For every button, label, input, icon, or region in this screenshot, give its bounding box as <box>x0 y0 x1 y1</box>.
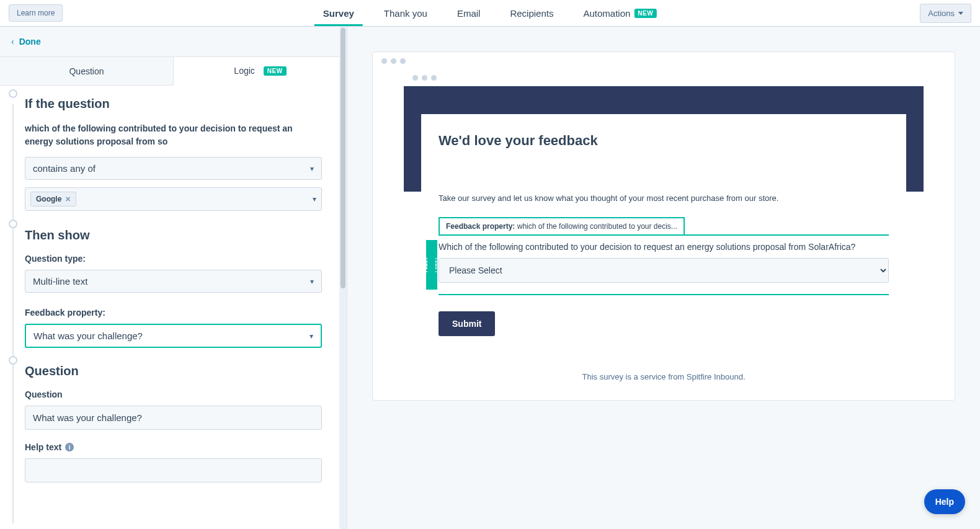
actions-label: Actions <box>928 9 955 18</box>
caret-down-icon: ▾ <box>313 195 316 203</box>
feedback-property-select[interactable]: What was your challenge? ▾ <box>25 324 322 348</box>
then-section: Then show Question type: Multi-line text… <box>25 228 322 348</box>
condition-question-text: which of the following contributed to yo… <box>25 122 322 148</box>
tab-survey[interactable]: Survey <box>323 0 354 26</box>
question-type-select[interactable]: Multi-line text ▾ <box>25 270 322 293</box>
dot-icon <box>422 75 427 81</box>
survey-footer: This survey is a service from Spitfire I… <box>404 372 924 381</box>
sub-tab-question[interactable]: Question <box>0 57 174 85</box>
chevron-left-icon[interactable]: ‹ <box>11 37 14 47</box>
timeline-line <box>12 104 14 523</box>
dot-icon <box>412 75 418 81</box>
timeline-dot <box>9 220 17 228</box>
prop-prefix: Feedback property: <box>446 222 515 231</box>
new-badge: NEW <box>634 9 657 18</box>
survey-title: We'd love your feedback <box>439 133 889 149</box>
if-section: If the question which of the following c… <box>25 97 322 211</box>
drag-icon: ⋮⋮⋮⋮⋮⋮ <box>422 259 441 270</box>
chrome-dots <box>373 52 955 70</box>
tab-recipients[interactable]: Recipients <box>510 0 553 26</box>
survey-description: Take our survey and let us know what you… <box>439 192 889 205</box>
main-tabs: Survey Thank you Email Recipients Automa… <box>323 0 657 26</box>
tab-automation-label: Automation <box>583 8 630 19</box>
dot-icon <box>400 58 406 64</box>
preview-panel: We'd love your feedback Take our survey … <box>347 27 980 529</box>
feedback-property-chip[interactable]: Feedback property: which of the followin… <box>439 217 685 234</box>
value-multiselect[interactable]: Google ✕ ▾ <box>25 187 322 211</box>
selected-tag: Google ✕ <box>30 192 76 207</box>
then-title: Then show <box>25 228 322 242</box>
help-text-input[interactable] <box>25 458 322 482</box>
dot-icon <box>391 58 396 64</box>
tab-automation[interactable]: Automation NEW <box>583 0 657 26</box>
question-type-label: Question type: <box>25 254 322 264</box>
inner-chrome: We'd love your feedback Take our survey … <box>404 70 924 381</box>
done-bar: ‹ Done <box>0 27 347 57</box>
if-title: If the question <box>25 97 322 111</box>
logic-body: If the question which of the following c… <box>0 86 347 523</box>
question-section-title: Question <box>25 364 322 378</box>
browser-chrome: We'd love your feedback Take our survey … <box>372 51 955 401</box>
caret-down-icon: ▾ <box>310 332 313 340</box>
operator-select[interactable]: contains any of ▾ <box>25 157 322 180</box>
timeline-dot <box>9 89 17 98</box>
caret-down-icon: ▾ <box>310 164 314 173</box>
top-bar: Learn more Survey Thank you Email Recipi… <box>0 0 980 27</box>
preview-question-text: Which of the following contributed to yo… <box>439 242 889 252</box>
tab-email[interactable]: Email <box>457 0 481 26</box>
done-link[interactable]: Done <box>19 37 41 47</box>
question-input[interactable] <box>25 406 322 430</box>
caret-down-icon: ▾ <box>310 277 314 286</box>
help-text-label: Help text i <box>25 442 322 452</box>
tag-label: Google <box>36 195 61 203</box>
feedback-property-label: Feedback property: <box>25 308 322 318</box>
new-badge: NEW <box>264 66 287 76</box>
sub-tab-logic[interactable]: Logic NEW <box>174 57 347 86</box>
survey-card: We'd love your feedback Take our survey … <box>421 114 906 355</box>
inner-dots <box>404 70 924 86</box>
info-icon[interactable]: i <box>65 443 74 451</box>
caret-down-icon <box>958 12 963 15</box>
dot-icon <box>381 58 387 64</box>
preview-answer-select[interactable]: Please Select <box>439 258 889 283</box>
question-type-value: Multi-line text <box>33 276 87 287</box>
timeline-dot <box>9 356 17 365</box>
feedback-property-value: What was your challenge? <box>33 331 143 341</box>
help-text-label-text: Help text <box>25 442 61 452</box>
question-block[interactable]: ⋮⋮⋮⋮⋮⋮ Which of the following contribute… <box>439 234 889 295</box>
actions-button[interactable]: Actions <box>920 4 971 23</box>
operator-value: contains any of <box>33 163 96 174</box>
submit-button[interactable]: Submit <box>439 311 495 336</box>
tab-thank-you[interactable]: Thank you <box>384 0 427 26</box>
close-icon[interactable]: ✕ <box>65 195 71 203</box>
left-panel: ‹ Done Question Logic NEW If the questio… <box>0 27 347 529</box>
question-field-label: Question <box>25 389 322 399</box>
learn-more-button[interactable]: Learn more <box>9 4 63 22</box>
sub-tabs: Question Logic NEW <box>0 57 347 86</box>
page-frame: We'd love your feedback Take our survey … <box>373 70 955 400</box>
drag-handle[interactable]: ⋮⋮⋮⋮⋮⋮ <box>426 240 437 290</box>
dot-icon <box>431 75 437 81</box>
main-layout: ‹ Done Question Logic NEW If the questio… <box>0 27 980 529</box>
help-fab[interactable]: Help <box>924 489 965 514</box>
question-section: Question Question Help text i <box>25 364 322 495</box>
prop-text: which of the following contributed to yo… <box>517 222 677 231</box>
sub-tab-logic-label: Logic <box>234 66 254 76</box>
